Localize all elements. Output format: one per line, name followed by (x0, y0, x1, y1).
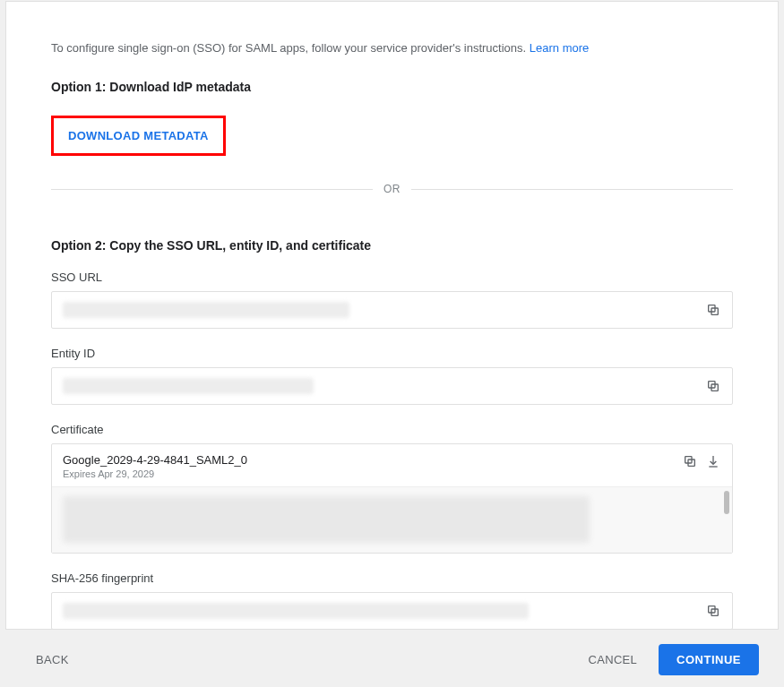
download-metadata-button[interactable]: DOWNLOAD METADATA (56, 121, 221, 150)
divider-line-left (51, 189, 373, 190)
download-metadata-highlight: DOWNLOAD METADATA (51, 116, 226, 156)
sso-url-value (63, 302, 349, 318)
option2-heading: Option 2: Copy the SSO URL, entity ID, a… (51, 238, 733, 253)
copy-icon[interactable] (705, 378, 721, 394)
entity-id-label: Entity ID (51, 347, 733, 360)
sha-label: SHA-256 fingerprint (51, 571, 733, 585)
intro-copy: To configure single sign-on (SSO) for SA… (51, 41, 530, 55)
certificate-name: Google_2029-4-29-4841_SAML2_0 (63, 453, 675, 467)
intro-text: To configure single sign-on (SSO) for SA… (51, 41, 733, 55)
certificate-box: Google_2029-4-29-4841_SAML2_0 Expires Ap… (51, 443, 733, 554)
sha-field (51, 592, 733, 630)
certificate-label: Certificate (51, 423, 733, 436)
option1-heading: Option 1: Download IdP metadata (51, 80, 733, 94)
entity-id-value (63, 378, 314, 394)
certificate-header: Google_2029-4-29-4841_SAML2_0 Expires Ap… (52, 444, 732, 486)
divider-line-right (411, 189, 733, 190)
download-icon[interactable] (705, 453, 721, 469)
scrollbar[interactable] (724, 491, 729, 514)
entity-id-field (51, 367, 733, 405)
continue-button[interactable]: CONTINUE (659, 644, 759, 675)
sha-value (63, 603, 529, 619)
certificate-text (63, 496, 590, 543)
or-divider: OR (51, 183, 733, 195)
cancel-button[interactable]: CANCEL (580, 646, 647, 674)
footer-bar: BACK CANCEL CONTINUE (0, 631, 784, 687)
certificate-expires: Expires Apr 29, 2029 (63, 468, 675, 479)
copy-icon[interactable] (682, 453, 698, 469)
copy-icon[interactable] (705, 603, 721, 619)
back-button[interactable]: BACK (27, 646, 78, 674)
or-label: OR (373, 183, 411, 195)
config-card: To configure single sign-on (SSO) for SA… (5, 1, 779, 630)
sso-url-label: SSO URL (51, 271, 733, 284)
learn-more-link[interactable]: Learn more (530, 41, 589, 55)
certificate-content[interactable] (52, 486, 732, 553)
copy-icon[interactable] (705, 302, 721, 318)
sso-url-field (51, 291, 733, 329)
